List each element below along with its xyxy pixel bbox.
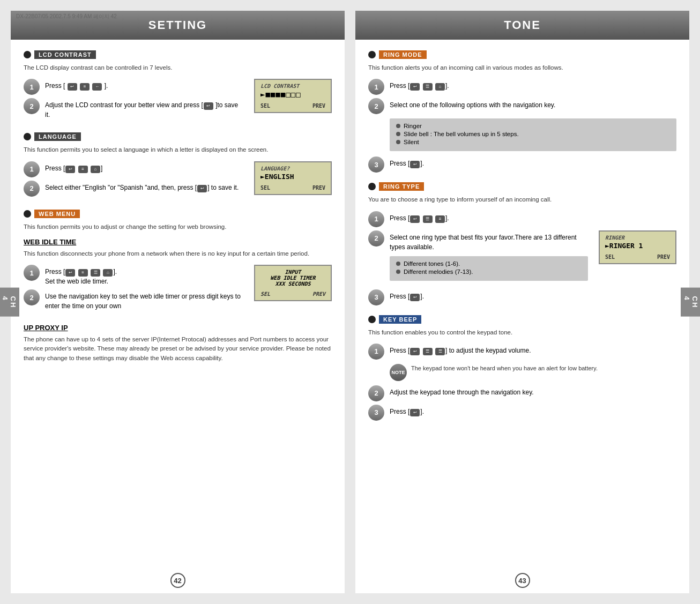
option-ringer: Ringer xyxy=(396,123,670,129)
key-beep-section: KEY BEEP This function enables you to co… xyxy=(368,315,676,421)
bullet-melodies xyxy=(396,270,400,274)
language-dot xyxy=(24,133,31,140)
web-menu-section: WEB MENU This function permits you to ad… xyxy=(24,210,332,363)
lcd-contrast-step2: 2 Adjust the LCD contrast for your bette… xyxy=(24,98,243,120)
option-slide-bell: Slide bell : The bell volumes up in 5 st… xyxy=(396,131,670,137)
key-kb2: ☰ xyxy=(423,348,433,355)
key-beep-step3-text: Press [↩]. xyxy=(390,405,676,416)
bullet-slide-bell xyxy=(396,132,400,136)
lang-step1: 1 Press [↩ ≡ ⌂] xyxy=(24,161,243,177)
key-icon-w2: ≡ xyxy=(78,269,88,277)
web-idle-time-section: WEB IDLE TIME This function disconnects … xyxy=(24,238,332,314)
key-r2: ☰ xyxy=(423,83,433,91)
language-display: LANGUAGE? ►ENGLISH SEL PREV xyxy=(254,161,332,195)
left-page-number: 42 xyxy=(170,573,185,588)
key-beep-desc: This function enables you to control the… xyxy=(368,328,676,337)
ring-type-label: RING TYPE xyxy=(379,182,424,191)
ring-step1-text: Press [↩ ☰ ⌂]. xyxy=(390,79,676,91)
lcd-contrast-section: LCD CONTRAST The LCD display contrast ca… xyxy=(24,50,332,123)
key-rt3: ≡ xyxy=(435,215,445,223)
key-icon-l3: ⌂ xyxy=(91,166,100,173)
ring-step3-text: Press [↩]. xyxy=(390,156,676,168)
web-idle-step1-circle: 1 xyxy=(24,265,40,281)
web-idle-step1: 1 Press [↩ ≡ ☰ ⌂]. Set the web idle time… xyxy=(24,265,243,286)
ring-step2-text: Select one of the following options with… xyxy=(390,98,676,110)
key-r4: ↩ xyxy=(410,161,420,168)
right-page-number: 43 xyxy=(515,573,530,588)
key-beep-step1: 1 Press [↩ ☰ ☰] to adjust the keypad vol… xyxy=(368,344,676,360)
step1-circle: 1 xyxy=(24,79,40,95)
up-proxy-ip-desc: The phone can have up to 4 sets of the s… xyxy=(24,335,332,363)
key-beep-step3-circle: 3 xyxy=(368,405,384,421)
up-proxy-ip-section: UP PROXY IP The phone can have up to 4 s… xyxy=(24,324,332,363)
language-steps: 1 Press [↩ ≡ ⌂] 2 Select either "English… xyxy=(24,161,332,200)
web-menu-desc: This function permits you to adjust or c… xyxy=(24,222,332,232)
bullet-tones xyxy=(396,262,400,266)
key-icon-menu: ≡ xyxy=(80,83,90,91)
key-rt1: ↩ xyxy=(410,215,420,223)
lang-lcd-bottom: SEL PREV xyxy=(260,185,325,191)
lcd-contrast-label: LCD CONTRAST xyxy=(34,50,96,59)
web-idle-display: INPUTWEB IDLE TIMERXXX SECONDS SEL PREV xyxy=(254,265,332,301)
ring-mode-step1: 1 Press [↩ ☰ ⌂]. xyxy=(368,79,676,95)
bullet-silent xyxy=(396,140,400,144)
ring-type-step2-text: Select one ring type that best fits your… xyxy=(390,230,588,252)
ring-type-dot xyxy=(368,183,376,190)
lang-lcd-content: ►ENGLISH xyxy=(260,173,325,181)
ring-type-steps: 2 Select one ring type that best fits yo… xyxy=(368,230,676,284)
web-idle-steps: 1 Press [↩ ≡ ☰ ⌂]. Set the web idle time… xyxy=(24,265,332,314)
ring-type-title: RING TYPE xyxy=(368,182,424,191)
ring-type-step1-text: Press [↩ ☰ ≡]. xyxy=(390,211,676,223)
ring-type-step2: 2 Select one ring type that best fits yo… xyxy=(368,230,588,252)
ring-type-options: Different tones (1-6). Different melodie… xyxy=(390,256,588,281)
note-circle: NOTE xyxy=(390,364,407,381)
up-proxy-ip-title: UP PROXY IP xyxy=(24,324,332,332)
language-desc: This function permits you to select a la… xyxy=(24,145,332,154)
ring-mode-title: RING MODE xyxy=(368,50,427,59)
key-icon-w4: ⌂ xyxy=(103,269,113,277)
lang-step1-text: Press [↩ ≡ ⌂] xyxy=(45,161,243,173)
ring-type-step3-circle: 3 xyxy=(368,289,384,305)
lcd-contrast-dot xyxy=(24,51,31,58)
web-idle-step2-circle: 2 xyxy=(24,289,40,305)
language-title: LANGUAGE xyxy=(24,132,81,141)
key-kb3: ☰ xyxy=(435,348,445,355)
ring-type-step1-circle: 1 xyxy=(368,211,384,227)
key-icon-back: ← xyxy=(92,83,102,91)
option-tones: Different tones (1-6). xyxy=(396,260,582,267)
ring-mode-options: Ringer Slide bell : The bell volumes up … xyxy=(390,118,676,151)
key-r3: ⌂ xyxy=(435,83,445,91)
key-icon-sel: ↩ xyxy=(68,83,77,91)
key-rt4: ↩ xyxy=(410,294,420,301)
ring-type-lcd-content: ►RINGER 1 xyxy=(605,242,670,250)
web-menu-label: WEB MENU xyxy=(34,210,80,218)
lang-step2: 2 Select either "English "or "Spanish "a… xyxy=(24,181,243,197)
key-icon-w3: ☰ xyxy=(91,269,100,277)
lang-step2-text: Select either "English "or "Spanish "and… xyxy=(45,181,243,192)
lcd-contrast-step1: 1 Press [ ↩ ≡ ← ]. xyxy=(24,79,243,95)
option-silent: Silent xyxy=(396,139,670,145)
step1-text: Press [ ↩ ≡ ← ]. xyxy=(45,79,243,91)
key-beep-step1-circle: 1 xyxy=(368,344,384,360)
right-header: TONE xyxy=(355,11,689,40)
ring-step1-circle: 1 xyxy=(368,79,384,95)
ring-type-lcd-bottom: SEL PREV xyxy=(605,254,670,260)
ring-mode-section: RING MODE This function alerts you of an… xyxy=(368,50,676,173)
key-beep-step2-circle: 2 xyxy=(368,385,384,401)
ring-mode-desc: This function alerts you of an incoming … xyxy=(368,63,676,72)
ring-type-step2-circle: 2 xyxy=(368,230,384,247)
web-idle-step2: 2 Use the navigation key to set the web … xyxy=(24,289,243,311)
key-icon-l1: ↩ xyxy=(65,166,75,173)
key-r1: ↩ xyxy=(410,83,420,91)
ring-mode-step3: 3 Press [↩]. xyxy=(368,156,676,173)
key-icon-l4: ↩ xyxy=(197,185,207,192)
step2-text: Adjust the LCD contrast for your better … xyxy=(45,98,243,120)
key-beep-label: KEY BEEP xyxy=(379,315,421,324)
file-info: DX-22B07/05 2002.7.5 9:49 AM 페이지 42 xyxy=(16,13,117,20)
ring-step2-circle: 2 xyxy=(368,98,384,114)
web-idle-lcd-bottom: SEL PREV xyxy=(260,291,325,297)
ch-tab-left: CH4 xyxy=(0,287,19,317)
step2-circle: 2 xyxy=(24,98,40,114)
web-idle-time-title: WEB IDLE TIME xyxy=(24,238,332,246)
key-beep-step1-text: Press [↩ ☰ ☰] to adjust the keypad volum… xyxy=(390,344,676,355)
